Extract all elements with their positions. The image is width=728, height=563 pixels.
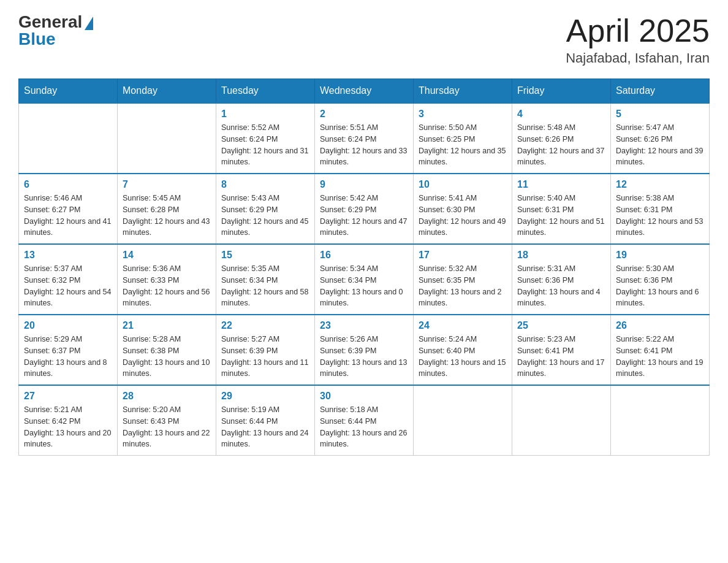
calendar-header-row: SundayMondayTuesdayWednesdayThursdayFrid…: [19, 79, 710, 104]
day-info: Sunrise: 5:36 AMSunset: 6:33 PMDaylight:…: [123, 263, 211, 309]
day-number: 18: [517, 250, 605, 261]
calendar-cell: 23Sunrise: 5:26 AMSunset: 6:39 PMDayligh…: [315, 315, 414, 385]
calendar-week-row: 27Sunrise: 5:21 AMSunset: 6:42 PMDayligh…: [19, 385, 710, 456]
day-number: 10: [419, 179, 507, 190]
day-number: 27: [24, 391, 112, 402]
day-number: 6: [24, 179, 112, 190]
day-number: 24: [419, 320, 507, 331]
calendar-cell: 26Sunrise: 5:22 AMSunset: 6:41 PMDayligh…: [611, 315, 710, 385]
calendar-cell: [611, 385, 710, 456]
day-info: Sunrise: 5:46 AMSunset: 6:27 PMDaylight:…: [24, 193, 112, 239]
calendar-cell: 16Sunrise: 5:34 AMSunset: 6:34 PMDayligh…: [315, 244, 414, 315]
calendar-cell: 21Sunrise: 5:28 AMSunset: 6:38 PMDayligh…: [118, 315, 216, 385]
day-number: 1: [221, 109, 309, 120]
calendar-cell: 20Sunrise: 5:29 AMSunset: 6:37 PMDayligh…: [19, 315, 118, 385]
day-number: 2: [320, 109, 408, 120]
day-info: Sunrise: 5:42 AMSunset: 6:29 PMDaylight:…: [320, 193, 408, 239]
day-info: Sunrise: 5:38 AMSunset: 6:31 PMDaylight:…: [616, 193, 704, 239]
day-number: 13: [24, 250, 112, 261]
day-number: 21: [123, 320, 211, 331]
calendar-cell: 2Sunrise: 5:51 AMSunset: 6:24 PMDaylight…: [315, 103, 414, 174]
day-info: Sunrise: 5:28 AMSunset: 6:38 PMDaylight:…: [123, 334, 211, 380]
day-info: Sunrise: 5:19 AMSunset: 6:44 PMDaylight:…: [221, 404, 309, 450]
page-header: General Blue April 2025 Najafabad, Isfah…: [18, 12, 710, 66]
day-info: Sunrise: 5:34 AMSunset: 6:34 PMDaylight:…: [320, 263, 408, 309]
calendar-table: SundayMondayTuesdayWednesdayThursdayFrid…: [18, 79, 710, 456]
day-number: 8: [221, 179, 309, 190]
day-info: Sunrise: 5:20 AMSunset: 6:43 PMDaylight:…: [123, 404, 211, 450]
calendar-cell: 29Sunrise: 5:19 AMSunset: 6:44 PMDayligh…: [216, 385, 315, 456]
calendar-cell: 22Sunrise: 5:27 AMSunset: 6:39 PMDayligh…: [216, 315, 315, 385]
calendar-cell: 19Sunrise: 5:30 AMSunset: 6:36 PMDayligh…: [611, 244, 710, 315]
day-info: Sunrise: 5:43 AMSunset: 6:29 PMDaylight:…: [221, 193, 309, 239]
calendar-cell: 18Sunrise: 5:31 AMSunset: 6:36 PMDayligh…: [512, 244, 611, 315]
calendar-cell: [414, 385, 512, 456]
day-number: 29: [221, 391, 309, 402]
day-info: Sunrise: 5:22 AMSunset: 6:41 PMDaylight:…: [616, 334, 704, 380]
day-info: Sunrise: 5:47 AMSunset: 6:26 PMDaylight:…: [616, 122, 704, 168]
day-number: 11: [517, 179, 605, 190]
day-info: Sunrise: 5:41 AMSunset: 6:30 PMDaylight:…: [419, 193, 507, 239]
calendar-cell: 14Sunrise: 5:36 AMSunset: 6:33 PMDayligh…: [118, 244, 216, 315]
calendar-cell: [19, 103, 118, 174]
calendar-cell: 15Sunrise: 5:35 AMSunset: 6:34 PMDayligh…: [216, 244, 315, 315]
day-number: 22: [221, 320, 309, 331]
day-info: Sunrise: 5:24 AMSunset: 6:40 PMDaylight:…: [419, 334, 507, 380]
day-number: 4: [517, 109, 605, 120]
calendar-cell: 5Sunrise: 5:47 AMSunset: 6:26 PMDaylight…: [611, 103, 710, 174]
day-number: 20: [24, 320, 112, 331]
day-of-week-header: Thursday: [414, 79, 512, 104]
day-info: Sunrise: 5:29 AMSunset: 6:37 PMDaylight:…: [24, 334, 112, 380]
day-info: Sunrise: 5:45 AMSunset: 6:28 PMDaylight:…: [123, 193, 211, 239]
logo-triangle-icon: [85, 17, 93, 30]
month-year-title: April 2025: [566, 12, 710, 49]
calendar-cell: 9Sunrise: 5:42 AMSunset: 6:29 PMDaylight…: [315, 174, 414, 244]
title-section: April 2025 Najafabad, Isfahan, Iran: [566, 12, 710, 66]
day-of-week-header: Wednesday: [315, 79, 414, 104]
day-number: 26: [616, 320, 704, 331]
calendar-cell: 10Sunrise: 5:41 AMSunset: 6:30 PMDayligh…: [414, 174, 512, 244]
day-number: 30: [320, 391, 408, 402]
day-number: 12: [616, 179, 704, 190]
day-number: 15: [221, 250, 309, 261]
day-info: Sunrise: 5:27 AMSunset: 6:39 PMDaylight:…: [221, 334, 309, 380]
day-info: Sunrise: 5:52 AMSunset: 6:24 PMDaylight:…: [221, 122, 309, 168]
day-number: 14: [123, 250, 211, 261]
day-number: 23: [320, 320, 408, 331]
day-of-week-header: Saturday: [611, 79, 710, 104]
calendar-week-row: 6Sunrise: 5:46 AMSunset: 6:27 PMDaylight…: [19, 174, 710, 244]
day-number: 28: [123, 391, 211, 402]
day-number: 17: [419, 250, 507, 261]
day-number: 19: [616, 250, 704, 261]
logo: General Blue: [18, 12, 93, 49]
logo-blue-text: Blue: [18, 29, 56, 49]
calendar-cell: 13Sunrise: 5:37 AMSunset: 6:32 PMDayligh…: [19, 244, 118, 315]
calendar-cell: [512, 385, 611, 456]
calendar-cell: 4Sunrise: 5:48 AMSunset: 6:26 PMDaylight…: [512, 103, 611, 174]
day-number: 3: [419, 109, 507, 120]
day-info: Sunrise: 5:40 AMSunset: 6:31 PMDaylight:…: [517, 193, 605, 239]
day-info: Sunrise: 5:18 AMSunset: 6:44 PMDaylight:…: [320, 404, 408, 450]
calendar-week-row: 13Sunrise: 5:37 AMSunset: 6:32 PMDayligh…: [19, 244, 710, 315]
calendar-cell: 28Sunrise: 5:20 AMSunset: 6:43 PMDayligh…: [118, 385, 216, 456]
day-info: Sunrise: 5:31 AMSunset: 6:36 PMDaylight:…: [517, 263, 605, 309]
day-info: Sunrise: 5:23 AMSunset: 6:41 PMDaylight:…: [517, 334, 605, 380]
calendar-cell: 27Sunrise: 5:21 AMSunset: 6:42 PMDayligh…: [19, 385, 118, 456]
calendar-cell: 30Sunrise: 5:18 AMSunset: 6:44 PMDayligh…: [315, 385, 414, 456]
day-of-week-header: Tuesday: [216, 79, 315, 104]
calendar-cell: 17Sunrise: 5:32 AMSunset: 6:35 PMDayligh…: [414, 244, 512, 315]
calendar-cell: 25Sunrise: 5:23 AMSunset: 6:41 PMDayligh…: [512, 315, 611, 385]
calendar-cell: 11Sunrise: 5:40 AMSunset: 6:31 PMDayligh…: [512, 174, 611, 244]
day-info: Sunrise: 5:48 AMSunset: 6:26 PMDaylight:…: [517, 122, 605, 168]
day-number: 25: [517, 320, 605, 331]
day-number: 5: [616, 109, 704, 120]
day-info: Sunrise: 5:51 AMSunset: 6:24 PMDaylight:…: [320, 122, 408, 168]
calendar-cell: [118, 103, 216, 174]
calendar-cell: 7Sunrise: 5:45 AMSunset: 6:28 PMDaylight…: [118, 174, 216, 244]
calendar-cell: 24Sunrise: 5:24 AMSunset: 6:40 PMDayligh…: [414, 315, 512, 385]
day-info: Sunrise: 5:21 AMSunset: 6:42 PMDaylight:…: [24, 404, 112, 450]
day-info: Sunrise: 5:37 AMSunset: 6:32 PMDaylight:…: [24, 263, 112, 309]
calendar-cell: 1Sunrise: 5:52 AMSunset: 6:24 PMDaylight…: [216, 103, 315, 174]
day-number: 7: [123, 179, 211, 190]
day-number: 16: [320, 250, 408, 261]
